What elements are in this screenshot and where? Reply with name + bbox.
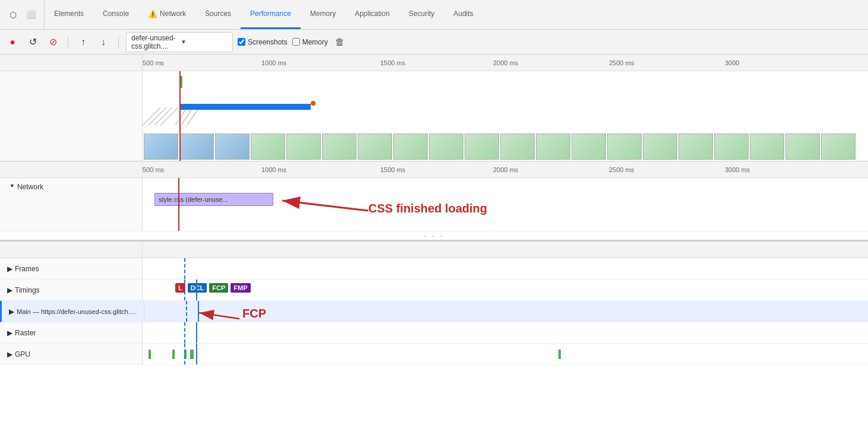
ruler2-label-3000: 3000 ms bbox=[725, 166, 750, 173]
separator-dots: · · · bbox=[0, 231, 868, 240]
main-content: 500 ms 1000 ms 1500 ms 2000 ms 2500 ms 3… bbox=[0, 55, 868, 422]
network-panel-row: ▼ Network style.css (defer-unuse... bbox=[0, 178, 868, 231]
overview-blue-bar bbox=[180, 104, 311, 110]
ruler-label-3000: 3000 bbox=[725, 59, 739, 66]
tab-audits[interactable]: Audits bbox=[444, 0, 482, 29]
ruler-label-1500: 1500 ms bbox=[380, 59, 405, 66]
ruler-label-2500: 2500 ms bbox=[609, 59, 634, 66]
main-dashed-line bbox=[186, 301, 187, 322]
timings-collapse-icon[interactable]: ▶ bbox=[7, 286, 12, 294]
frames-collapse-icon[interactable]: ▶ bbox=[7, 265, 12, 273]
screenshot-thumb bbox=[393, 134, 428, 160]
gpu-bar-1 bbox=[149, 350, 151, 359]
tab-security[interactable]: Security bbox=[399, 0, 444, 29]
screenshot-thumb bbox=[821, 134, 856, 160]
screenshot-thumb bbox=[144, 134, 178, 160]
screenshots-checkbox-group[interactable]: Screenshots bbox=[238, 38, 288, 46]
screenshot-thumb bbox=[643, 134, 677, 160]
main-label: ▶ Main — https://defer-unused-css.glitch… bbox=[2, 301, 144, 322]
svg-line-6 bbox=[187, 107, 199, 125]
raster-text: Raster bbox=[15, 329, 36, 337]
ruler2-label-2500: 2500 ms bbox=[609, 166, 634, 173]
screenshot-thumb bbox=[322, 134, 356, 160]
tab-elements[interactable]: Elements bbox=[45, 0, 93, 29]
url-select[interactable]: defer-unused-css.glitch.... ▼ bbox=[126, 32, 233, 52]
upload-button[interactable]: ↑ bbox=[75, 34, 91, 50]
raster-row: ▶ Raster bbox=[0, 322, 868, 344]
toolbar-divider-1 bbox=[68, 36, 68, 48]
reload-button[interactable]: ↺ bbox=[25, 34, 40, 50]
main-collapse-icon[interactable]: ▶ bbox=[9, 307, 14, 316]
cursor-icon[interactable]: ⬡ bbox=[6, 8, 20, 22]
tab-memory-label: Memory bbox=[310, 9, 336, 18]
trash-button[interactable]: 🗑 bbox=[335, 37, 345, 47]
main-canvas: FCP bbox=[144, 301, 868, 322]
raster-dashed-line bbox=[184, 322, 185, 343]
memory-checkbox-group[interactable]: Memory bbox=[292, 38, 328, 46]
main-text: Main — https://defer-unused-css.glitch.m… bbox=[17, 308, 139, 315]
badge-fcp: FCP bbox=[209, 283, 228, 293]
download-button[interactable]: ↓ bbox=[96, 34, 111, 50]
tab-application[interactable]: Application bbox=[345, 0, 399, 29]
bottom-rows: ▶ Frames ▶ Timings bbox=[0, 258, 868, 377]
style-css-bar[interactable]: style.css (defer-unuse... bbox=[154, 193, 273, 206]
red-marker-line bbox=[179, 71, 181, 161]
hatch-pattern-2 bbox=[175, 107, 199, 125]
tab-sources[interactable]: Sources bbox=[195, 0, 241, 29]
ruler-label-500: 500 ms bbox=[143, 59, 164, 66]
main-blue-line bbox=[198, 301, 199, 322]
gpu-collapse-icon[interactable]: ▶ bbox=[7, 350, 12, 358]
network-canvas[interactable]: style.css (defer-unuse... CSS finished l… bbox=[143, 178, 868, 231]
tab-console[interactable]: Console bbox=[93, 0, 138, 29]
tab-performance[interactable]: Performance bbox=[241, 0, 301, 29]
raster-collapse-icon[interactable]: ▶ bbox=[7, 329, 12, 337]
chevron-down-icon: ▼ bbox=[181, 39, 228, 45]
tab-network[interactable]: ⚠️ Network bbox=[138, 0, 195, 29]
frames-label: ▶ Frames bbox=[0, 258, 143, 279]
badge-dcl: DCL bbox=[188, 283, 207, 293]
ruler2-labels: 500 ms 1000 ms 1500 ms 2000 ms 2500 ms 3… bbox=[143, 161, 868, 177]
network-collapse-icon[interactable]: ▼ bbox=[10, 183, 15, 189]
gpu-label: ▶ GPU bbox=[0, 344, 143, 364]
screenshot-thumb bbox=[179, 134, 214, 160]
timings-dashed-line bbox=[184, 280, 185, 300]
raster-label: ▶ Raster bbox=[0, 322, 143, 343]
screenshot-thumb bbox=[429, 134, 463, 160]
tab-network-label: Network bbox=[160, 9, 186, 18]
ruler-labels-top: 500 ms 1000 ms 1500 ms 2000 ms 2500 ms 3… bbox=[143, 55, 868, 71]
badge-fmp: FMP bbox=[231, 283, 250, 293]
raster-blue-line bbox=[196, 322, 197, 343]
frames-text: Frames bbox=[15, 265, 39, 273]
screenshot-thumb bbox=[714, 134, 749, 160]
overview-chart[interactable] bbox=[143, 71, 868, 161]
tab-security-label: Security bbox=[409, 9, 434, 18]
record-button[interactable]: ● bbox=[5, 34, 20, 50]
gpu-row: ▶ GPU bbox=[0, 344, 868, 365]
stop-button[interactable]: ⊘ bbox=[45, 34, 61, 50]
screenshots-checkbox[interactable] bbox=[238, 38, 245, 46]
ruler2-label-1500: 1500 ms bbox=[380, 166, 405, 173]
screenshot-thumb bbox=[785, 134, 820, 160]
screenshot-thumb bbox=[750, 134, 784, 160]
timings-canvas: L DCL FCP FMP bbox=[143, 280, 868, 300]
bottom-section: ▶ Frames ▶ Timings bbox=[0, 241, 868, 377]
screenshot-thumb bbox=[465, 134, 499, 160]
screenshot-thumb bbox=[215, 134, 250, 160]
tab-memory[interactable]: Memory bbox=[301, 0, 345, 29]
device-icon[interactable]: ⬜ bbox=[24, 8, 38, 22]
tab-elements-label: Elements bbox=[54, 9, 84, 18]
svg-line-5 bbox=[181, 107, 193, 125]
frames-canvas bbox=[143, 258, 868, 279]
screenshot-thumb bbox=[358, 134, 392, 160]
ruler-top: 500 ms 1000 ms 1500 ms 2000 ms 2500 ms 3… bbox=[0, 55, 868, 71]
timing-badges: L DCL FCP FMP bbox=[175, 283, 252, 293]
screenshot-thumb bbox=[572, 134, 606, 160]
warn-icon: ⚠️ bbox=[148, 9, 157, 18]
performance-toolbar: ● ↺ ⊘ ↑ ↓ defer-unused-css.glitch.... ▼ … bbox=[0, 30, 868, 55]
memory-checkbox[interactable] bbox=[292, 38, 300, 46]
tab-console-label: Console bbox=[103, 9, 129, 18]
screenshot-thumb bbox=[286, 134, 321, 160]
screenshot-thumb bbox=[500, 134, 535, 160]
ruler-label-2000: 2000 ms bbox=[493, 59, 518, 66]
screenshot-thumb bbox=[678, 134, 713, 160]
